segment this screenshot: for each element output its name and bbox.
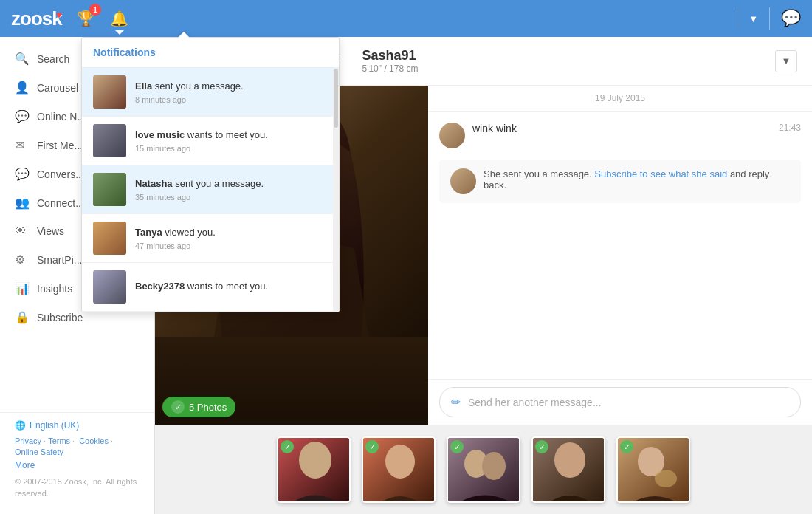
firstme-icon: ✉	[15, 138, 30, 152]
pencil-icon: ✏	[451, 395, 461, 409]
copyright: © 2007-2015 Zoosk, Inc. All rights reser…	[15, 476, 140, 499]
notif-content-becky: Becky2378 wants to meet you.	[135, 280, 328, 293]
scrollbar-thumb	[334, 69, 338, 128]
header-icons: 🏆 1 🔔	[77, 10, 128, 27]
notif-content-lovemusic: love music wants to meet you. 15 minutes…	[135, 128, 328, 152]
svg-point-10	[482, 452, 506, 480]
svg-point-15	[655, 470, 677, 487]
notifications-icon[interactable]: 🏆 1	[77, 10, 95, 27]
chat-message: wink wink 21:43	[439, 123, 801, 148]
notifications-badge: 1	[89, 4, 101, 16]
photo-strip: ✓ ✓	[155, 425, 812, 514]
header-divider-2	[769, 7, 770, 30]
notif-content-natasha: Natasha sent you a message. 35 minutes a…	[135, 177, 328, 201]
cookies-link[interactable]: Cookies	[79, 436, 109, 445]
notification-item[interactable]: Ella sent you a message. 8 minutes ago	[82, 68, 339, 117]
logo[interactable]: zoosk ♥	[11, 7, 62, 30]
notif-avatar-natasha	[93, 173, 126, 206]
notif-avatar-becky	[93, 270, 126, 304]
chat-messages: wink wink 21:43 She sent you a message. …	[428, 112, 812, 379]
logo-heart-icon: ♥	[56, 9, 62, 21]
header-divider	[737, 7, 737, 30]
subscribe-message: She sent you a message. Subscribe to see…	[439, 160, 801, 203]
notif-avatar-ella	[93, 75, 126, 109]
notif-avatar-lovemusic	[93, 124, 126, 157]
chat-message-content: wink wink 21:43	[472, 123, 801, 148]
notification-item[interactable]: Tanya viewed you. 47 minutes ago	[82, 214, 339, 263]
notif-avatar-tanya	[93, 222, 126, 255]
svg-point-7	[385, 445, 415, 479]
chat-date-divider: 19 July 2015	[428, 86, 812, 112]
terms-link[interactable]: Terms	[48, 436, 70, 445]
photo-thumb-1[interactable]: ✓	[277, 436, 351, 503]
photo-verified-icon: ✓	[450, 440, 464, 453]
subscribe-link[interactable]: Subscribe to see what she said	[594, 168, 727, 179]
check-icon: ✓	[171, 400, 185, 414]
bell-dropdown-arrow	[115, 30, 124, 35]
header-dropdown[interactable]: ▼	[749, 13, 758, 24]
photo-thumb-4[interactable]: ✓	[531, 436, 605, 503]
header: zoosk ♥ 🏆 1 🔔 ▼ 💬	[0, 0, 812, 37]
sidebar-footer: 🌐 English (UK) Privacy · Terms · Cookies…	[0, 412, 154, 507]
notification-item[interactable]: Natasha sent you a message. 35 minutes a…	[82, 165, 339, 214]
profile-username-section: Sasha91 5'10" / 178 cm	[362, 48, 418, 74]
notifications-scrollbar[interactable]	[333, 67, 339, 312]
photo-thumb-3[interactable]: ✓	[447, 436, 520, 503]
notification-item[interactable]: Becky2378 wants to meet you.	[82, 263, 339, 312]
chat-area: 19 July 2015 wink wink 21:43	[428, 86, 812, 425]
notifications-header: Notifications	[82, 38, 339, 68]
bell-icon[interactable]: 🔔	[110, 10, 128, 27]
more-link[interactable]: More	[15, 460, 140, 470]
photo-count-badge[interactable]: ✓ 5 Photos	[162, 397, 235, 417]
message-input[interactable]: ✏ Send her another message...	[439, 387, 801, 417]
svg-point-12	[554, 442, 585, 478]
notif-content-ella: Ella sent you a message. 8 minutes ago	[135, 80, 328, 103]
dropdown-arrow	[178, 32, 190, 38]
connect-icon: 👥	[15, 196, 30, 210]
sidebar-links: Privacy · Terms · Cookies · Online Safet…	[15, 436, 140, 456]
lock-icon: 🔒	[15, 310, 30, 324]
header-right: ▼ 💬	[737, 7, 801, 30]
online-safety-link[interactable]: Online Safety	[15, 448, 63, 456]
photo-verified-icon: ✓	[281, 440, 294, 453]
privacy-link[interactable]: Privacy	[15, 436, 41, 445]
views-icon: 👁	[15, 225, 30, 238]
chat-icon[interactable]: 💬	[781, 9, 801, 28]
smartpic-icon: ⚙	[15, 253, 30, 267]
chat-input-area: ✏ Send her another message...	[428, 379, 812, 425]
logo-text: zoosk	[11, 7, 62, 30]
search-icon: 🔍	[15, 52, 30, 66]
online-icon: 💬	[15, 109, 30, 123]
chat-sender-avatar	[439, 123, 465, 148]
notifications-dropdown: Notifications Ella sent you a message. 8…	[81, 37, 340, 312]
subscribe-avatar	[450, 168, 476, 194]
photo-thumb-2[interactable]: ✓	[362, 436, 436, 503]
carousel-icon: 👤	[15, 80, 30, 95]
notif-content-tanya: Tanya viewed you. 47 minutes ago	[135, 226, 328, 250]
photo-verified-icon: ✓	[535, 440, 548, 453]
globe-icon: 🌐	[15, 420, 26, 431]
photo-verified-icon: ✓	[365, 440, 379, 453]
photo-thumb-5[interactable]: ✓	[616, 436, 690, 503]
notification-item[interactable]: love music wants to meet you. 15 minutes…	[82, 117, 339, 165]
expand-button[interactable]: ▼	[775, 50, 797, 72]
conversations-icon: 💬	[15, 167, 30, 181]
photo-verified-icon: ✓	[620, 440, 633, 453]
svg-point-5	[299, 442, 331, 479]
insights-icon: 📊	[15, 281, 30, 295]
language-selector[interactable]: 🌐 English (UK)	[15, 420, 140, 431]
